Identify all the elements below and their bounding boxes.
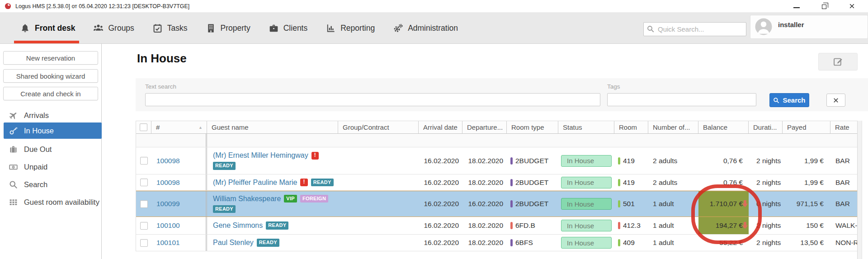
guest-name[interactable]: William Shakespeare [213,195,281,203]
balance-drop-icon [742,222,748,230]
column-header-rate[interactable]: Rate [830,121,858,133]
balance: 194,27 € [698,217,749,234]
column-header-arrival-date[interactable]: Arrival date [419,121,462,133]
guest-name[interactable]: Paul Stenley [213,239,254,247]
table-body: 100098(Mr) Ernest Miller Hemingway!READY… [136,134,857,251]
room-type-color-bar [510,239,513,246]
payed: 150 € [783,217,830,234]
column-header-group-contract[interactable]: Group/Contract [338,121,419,133]
sidebar-item-in-house[interactable]: In House [4,122,102,139]
column-header-guest-name[interactable]: Guest name [207,121,338,133]
vertical-scrollbar[interactable] [857,121,862,259]
column-header-balance[interactable]: Balance [698,121,749,133]
search-button[interactable]: Search [769,93,809,107]
row-checkbox[interactable] [140,239,148,247]
row-checkbox[interactable] [140,157,148,165]
sidebar-button-shared-booking-wizard[interactable]: Shared booking wizard [3,69,98,83]
guest-name[interactable]: Gene Simmons [213,221,263,230]
duration: 0 nights [749,191,783,217]
table-row[interactable]: 100098(Mr) Pfeiffer Pauline Marie!READY1… [136,174,857,191]
column-header-durati[interactable]: Durati... [749,121,783,133]
nav-item-groups[interactable]: Groups [93,13,134,43]
reservation-id[interactable]: 100101 [151,235,207,251]
table-row[interactable]: 100101Paul StenleyREADY16.02.202018.02.2… [136,235,857,251]
edit-button[interactable] [818,53,858,71]
window-title: Logus HMS [2.5.38.0] от 05.04.2020 12:31… [15,3,189,9]
nav-item-front-desk[interactable]: Front desk [20,13,75,43]
reservation-id[interactable]: 100100 [151,217,207,234]
nav-item-administration[interactable]: Administration [393,13,458,43]
nav-item-label: Reporting [340,24,375,33]
nav-item-clients[interactable]: Clients [269,13,308,43]
column-header-label: Departure... [467,123,503,131]
table-row[interactable]: 100100Gene SimmonsREADY16.02.202018.02.2… [136,217,857,235]
room-type-color-bar [510,179,513,186]
sidebar-button-new-reservation[interactable]: New reservation [3,51,98,65]
column-header-[interactable]: #▲ [151,121,207,133]
balance: 1.710,07 € [698,191,749,217]
user-name: installer [778,21,804,28]
occupancy: 2 adults [648,174,698,190]
sidebar-item-unpaid[interactable]: Unpaid [4,159,102,174]
tags-input[interactable] [607,93,756,106]
column-header-room-type[interactable]: Room type [507,121,558,133]
balance: 55,22 € [698,235,749,251]
balance-drop-icon [742,200,748,208]
reservation-id[interactable]: 100098 [151,147,207,174]
sidebar-item-search[interactable]: Search [4,177,102,192]
table-row[interactable]: 100099William ShakespeareVIPFOREIGNREADY… [136,191,857,217]
alert-badge: ! [300,179,307,186]
nav-item-label: Clients [283,24,308,33]
sidebar-button-create-and-check-in[interactable]: Create and check in [3,87,98,100]
column-header-room[interactable]: Room [614,121,648,133]
quick-search-input[interactable] [643,22,746,36]
nav-item-reporting[interactable]: Reporting [326,13,375,43]
table-row[interactable]: 100098(Mr) Ernest Miller Hemingway!READY… [136,147,857,174]
payed: 1,99 € [783,174,830,190]
duration: 2 nights [749,147,783,174]
row-checkbox[interactable] [140,222,148,230]
search-icon [9,180,18,189]
nav-item-label: Groups [108,24,134,33]
column-header-select[interactable] [136,121,151,133]
select-all-checkbox[interactable] [140,123,147,131]
clear-search-button[interactable] [826,94,845,107]
group-contract [338,147,419,174]
row-checkbox[interactable] [140,200,148,208]
column-header-label: Guest name [212,123,249,131]
sidebar-item-arrivals[interactable]: Arrivals [4,108,102,123]
sidebar-item-due-out[interactable]: Due Out [4,141,102,157]
column-header-payed[interactable]: Payed [783,121,830,133]
column-header-departure[interactable]: Departure... [462,121,507,133]
alert-badge: ! [311,152,319,160]
guest-name[interactable]: (Mr) Ernest Miller Hemingway [213,151,308,160]
status-badge: In House [561,198,612,210]
room: 501 [614,191,648,217]
logus-hms-window: Logus HMS [2.5.38.0] от 05.04.2020 12:31… [0,0,868,259]
column-header-number-of[interactable]: Number of... [648,121,698,133]
reservation-id[interactable]: 100098 [151,174,207,190]
minimize-button[interactable] [788,0,806,12]
departure-date: 18.02.2020 [462,147,507,174]
table-header: #▲Guest nameGroup/ContractArrival dateDe… [136,121,857,134]
guest-name[interactable]: (Mr) Pfeiffer Pauline Marie [213,179,297,187]
restore-button[interactable] [815,0,833,12]
nav-item-tasks[interactable]: Tasks [152,13,188,43]
occupancy: 1 adult [648,191,698,217]
nav-item-property[interactable]: Property [206,13,250,43]
room-type-color-bar [510,157,513,165]
banknote-icon [9,162,18,172]
group-contract [338,174,419,190]
text-search-input[interactable] [145,93,600,106]
avatar [755,18,772,35]
column-header-label: Room type [511,123,544,131]
search-icon [773,97,779,104]
user-menu[interactable]: installer [750,15,868,39]
sidebar-item-guest-room-availability[interactable]: Guest room availability [4,194,102,210]
close-button[interactable] [843,0,861,12]
guest-name-line: Paul StenleyREADY [213,239,279,247]
row-checkbox[interactable] [140,179,148,186]
reservation-id[interactable]: 100099 [151,191,207,217]
guest-badges-line: READY [213,205,236,213]
column-header-status[interactable]: Status [558,121,614,133]
